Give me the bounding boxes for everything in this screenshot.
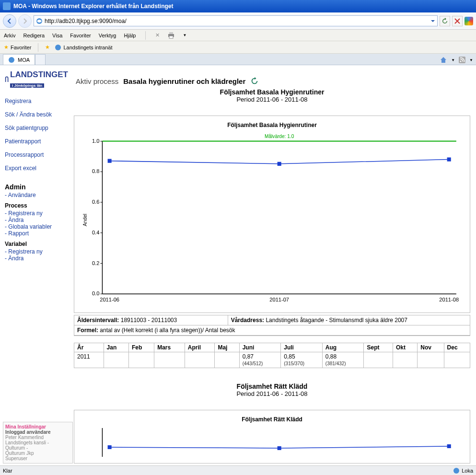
dropdown-icon[interactable]: ▼ (469, 58, 473, 62)
nav-patientrapport[interactable]: Patientrapport (5, 138, 68, 145)
admin-process-andra[interactable]: - Ändra (5, 217, 68, 223)
chart1-title: Följsamhet Basala Hygienrutiner (74, 88, 470, 96)
data-table: ÅrJanFeb MarsAprilMaj JuniJuliAug SeptOk… (74, 343, 470, 368)
svg-point-5 (9, 57, 14, 63)
info-aldersintervall: Åldersintervall: 18911003 - 20111003 (74, 315, 228, 325)
address-bar[interactable] (34, 15, 438, 26)
info-card: Åldersintervall: 18911003 - 20111003 Vår… (74, 315, 470, 336)
chart2-inner-title: Följsamhet Rätt Klädd (74, 416, 470, 423)
table-header-row: ÅrJanFeb MarsAprilMaj JuniJuliAug SeptOk… (74, 343, 470, 352)
info-formel: Formel: antal av (Helt korrekt (i alla f… (74, 325, 470, 335)
nav-registrera[interactable]: Registrera (5, 98, 68, 104)
svg-point-4 (55, 45, 61, 50)
menu-visa[interactable]: Visa (52, 33, 62, 38)
zone-icon (453, 467, 460, 474)
user-org1: Landstingets kansli - (5, 440, 70, 445)
ie-icon (3, 2, 11, 10)
favorites-bar: ★ Favoriter ★ Landstingets intranät (0, 41, 476, 54)
admin-process-registrera-ny[interactable]: - Registrera ny (5, 210, 68, 217)
status-klar: Klar (3, 468, 12, 474)
nav-sok-patientgrupp[interactable]: Sök patientgrupp (5, 125, 68, 131)
close-tab-icon[interactable]: ✕ (155, 32, 160, 38)
status-zone: Loka (462, 468, 473, 474)
chart1-plot: 0.0 0.2 0.4 0.6 0.8 1.0 Målvärde: 1.0 (83, 131, 461, 309)
inloggad-label: Inloggad användare (5, 429, 70, 435)
chart1-card: Följsamhet Basala Hygienrutiner 0.0 0.2 … (74, 116, 470, 313)
admin-variabel-registrera-ny[interactable]: - Registrera ny (5, 248, 68, 255)
svg-rect-33 (447, 444, 451, 448)
svg-point-7 (460, 61, 462, 62)
back-button[interactable] (3, 14, 16, 28)
rss-icon[interactable] (459, 57, 465, 63)
dropdown-icon[interactable]: ▼ (183, 33, 186, 37)
stop-button[interactable] (452, 16, 463, 26)
info-vardadress: Vårdadress: Landstingets åtagande - Stim… (228, 315, 470, 325)
star-add-icon: ★ (45, 44, 50, 50)
main-content: Aktiv process Basala hygienrutiner och k… (72, 65, 476, 473)
search-provider-icon[interactable] (464, 17, 473, 25)
fav-link-intranat[interactable]: Landstingets intranät (55, 44, 112, 51)
refresh-button[interactable] (440, 16, 450, 26)
logo-icon (5, 73, 9, 86)
admin-variabel-andra[interactable]: - Ändra (5, 255, 68, 262)
home-icon[interactable] (440, 56, 447, 64)
forward-button[interactable] (18, 14, 32, 28)
menu-arkiv[interactable]: Arkiv (4, 33, 15, 38)
chart1-period: Period 2011-06 - 2011-08 (74, 96, 470, 103)
logo-subtext: i Jönköpings län (10, 83, 44, 88)
refresh-icon[interactable] (250, 77, 259, 85)
dropdown-icon[interactable] (430, 19, 435, 23)
nav-processrapport[interactable]: Processrapport (5, 151, 68, 158)
favorites-button[interactable]: ★ Favoriter (4, 44, 31, 50)
mina-installningar-link[interactable]: Mina Inställningar (5, 424, 70, 429)
star-icon: ★ (4, 44, 9, 50)
svg-rect-3 (169, 36, 173, 38)
nav-sok-andra-besok[interactable]: Sök / Ändra besök (5, 111, 68, 118)
nav-toolbar (0, 12, 476, 30)
logo-text: LANDSTINGET (10, 70, 68, 80)
ie-page-icon (55, 44, 61, 51)
process-value: Basala hygienrutiner och klädregler (123, 77, 245, 85)
add-favorite-button[interactable]: ★ (45, 44, 50, 50)
user-org3: Qulturum Jkp (5, 451, 70, 456)
tab-row: MOA ▼ ▼ (0, 54, 476, 65)
table-row: 2011 0,87(443/512) 0,85(315/370) 0,88(38… (74, 352, 470, 368)
menu-verktyg[interactable]: Verktyg (99, 33, 116, 38)
tab-moa[interactable]: MOA (3, 54, 35, 65)
svg-rect-32 (278, 446, 281, 450)
svg-text:Andel: Andel (83, 214, 88, 226)
svg-text:0.6: 0.6 (92, 199, 99, 205)
admin-globala-variabler[interactable]: - Globala variabler (5, 223, 68, 230)
admin-heading: Admin (5, 183, 68, 191)
nav-export-excel[interactable]: Export excel (5, 165, 68, 172)
svg-text:2011-08: 2011-08 (439, 297, 459, 302)
chart2-card: Följsamhet Rätt Klädd (74, 410, 470, 463)
svg-text:2011-06: 2011-06 (100, 297, 119, 302)
svg-point-34 (453, 468, 459, 474)
window-title: MOA - Windows Internet Explorer erhållet… (13, 3, 173, 10)
menu-bar: Arkiv Redigera Visa Favoriter Verktyg Hj… (0, 30, 476, 41)
page-ie-icon (36, 18, 43, 24)
admin-anvandare[interactable]: - Användare (5, 192, 68, 198)
svg-text:0.2: 0.2 (92, 260, 99, 266)
address-input[interactable] (45, 18, 429, 24)
menu-hjalp[interactable]: Hjälp (124, 33, 136, 38)
dropdown-icon[interactable]: ▼ (451, 58, 455, 62)
chart2-plot (83, 426, 461, 459)
svg-text:2011-07: 2011-07 (269, 297, 289, 302)
printer-icon[interactable] (167, 32, 175, 39)
process-header: Aktiv process Basala hygienrutiner och k… (76, 77, 470, 85)
menu-redigera[interactable]: Redigera (23, 33, 45, 38)
tab-label: MOA (18, 57, 30, 63)
logo: LANDSTINGET i Jönköpings län (5, 70, 68, 89)
new-tab-button[interactable] (35, 54, 46, 65)
svg-text:1.0: 1.0 (92, 138, 99, 144)
window-titlebar: MOA - Windows Internet Explorer erhållet… (0, 0, 476, 12)
svg-rect-31 (108, 445, 112, 449)
sidebar: LANDSTINGET i Jönköpings län Registrera … (0, 65, 72, 473)
menu-favoriter[interactable]: Favoriter (70, 33, 91, 38)
svg-rect-25 (447, 157, 451, 161)
login-info-box: Mina Inställningar Inloggad användare Pe… (3, 422, 73, 463)
chart2-title: Följsamhet Rätt Klädd (74, 382, 470, 390)
admin-rapport[interactable]: - Rapport (5, 230, 68, 237)
